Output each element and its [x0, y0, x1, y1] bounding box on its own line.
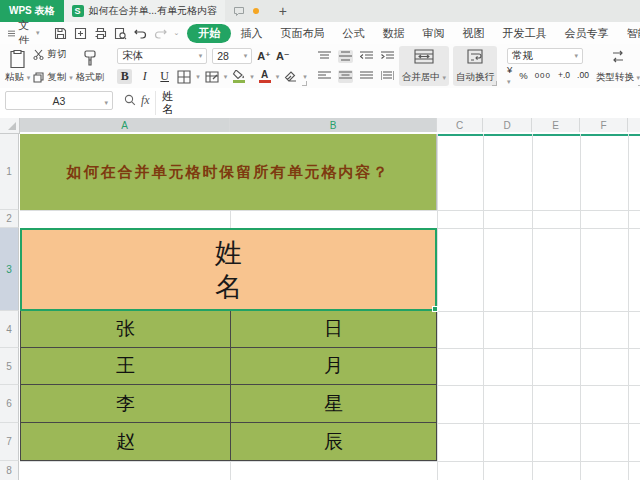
- cell-b5[interactable]: 月: [230, 348, 437, 385]
- cell-b6[interactable]: 星: [230, 385, 437, 423]
- row-headers: 1 2 3 4 5 6 7 8: [0, 134, 20, 480]
- copy-button[interactable]: 复制 ▾: [33, 71, 73, 84]
- row-header-3[interactable]: 3: [0, 228, 19, 311]
- align-left-icon[interactable]: [317, 70, 332, 83]
- distributed-align-icon[interactable]: [380, 70, 395, 83]
- row-header-5[interactable]: 5: [0, 348, 19, 385]
- select-all-corner[interactable]: [0, 118, 20, 134]
- decrease-decimal-button[interactable]: .00: [577, 70, 589, 80]
- window-tab-bar: WPS 表格 S 如何在合并单...有单元格内容 +: [0, 0, 640, 22]
- borders-icon: [177, 70, 191, 84]
- font-color-button[interactable]: A: [259, 70, 271, 83]
- output-icon[interactable]: [74, 27, 87, 40]
- undo-icon[interactable]: [134, 27, 147, 39]
- redo-icon[interactable]: [154, 27, 167, 39]
- column-header-stub: [628, 118, 640, 132]
- type-convert-button[interactable]: 类型转换 ▾: [593, 46, 640, 86]
- gridline: [483, 134, 484, 480]
- row-header-6[interactable]: 6: [0, 385, 19, 423]
- tab-data[interactable]: 数据: [373, 24, 413, 43]
- tab-developer[interactable]: 开发工具: [493, 24, 555, 43]
- cell-a3-line2: 名: [215, 270, 242, 304]
- cell-b4[interactable]: 日: [230, 311, 437, 348]
- column-header-a[interactable]: A: [20, 118, 230, 132]
- tab-home[interactable]: 开始: [187, 24, 231, 43]
- align-top-icon[interactable]: [317, 50, 332, 63]
- cut-button[interactable]: 剪切: [33, 48, 73, 61]
- save-icon[interactable]: [54, 27, 67, 40]
- cell-a1-title[interactable]: 如何在合并单元格时保留所有单元格内容？: [20, 134, 437, 210]
- borders-button[interactable]: [177, 70, 191, 84]
- currency-format-button[interactable]: ¥ ▾: [507, 64, 512, 86]
- cell-a7[interactable]: 赵: [20, 423, 230, 461]
- shrink-font-button[interactable]: A⁻: [276, 50, 290, 63]
- align-right-icon[interactable]: [359, 70, 374, 83]
- row-header-8[interactable]: 8: [0, 461, 19, 480]
- cell-b7[interactable]: 辰: [230, 423, 437, 461]
- gridline: [20, 461, 640, 462]
- formula-input[interactable]: 姓 名: [162, 90, 173, 116]
- bold-button[interactable]: B: [117, 69, 132, 84]
- document-tab[interactable]: S 如何在合并单...有单元格内容: [64, 0, 225, 22]
- increase-decimal-button[interactable]: +.0: [558, 70, 570, 80]
- quick-access-more-icon[interactable]: ⌄: [174, 29, 180, 37]
- alignment-dialog-launcher[interactable]: [492, 81, 497, 86]
- column-header-b[interactable]: B: [230, 118, 437, 132]
- hamburger-icon: [8, 29, 15, 38]
- clipboard-group: 粘贴 ▾ 剪切 复制 ▾ 格式刷: [0, 44, 109, 88]
- wrap-text-button[interactable]: 自动换行: [453, 46, 497, 86]
- percent-format-button[interactable]: %: [519, 70, 527, 81]
- italic-button[interactable]: I: [137, 69, 152, 84]
- row-header-7[interactable]: 7: [0, 423, 19, 461]
- clear-format-button[interactable]: [284, 71, 298, 83]
- font-name-select[interactable]: 宋体▾: [117, 48, 207, 64]
- row-header-1[interactable]: 1: [0, 134, 19, 210]
- tab-member[interactable]: 会员专享: [555, 24, 617, 43]
- paste-button[interactable]: 粘贴 ▾: [2, 46, 33, 86]
- fill-color-button[interactable]: [232, 70, 245, 83]
- underline-button[interactable]: U: [157, 69, 172, 84]
- tab-insert[interactable]: 插入: [231, 24, 271, 43]
- selection-fill-handle[interactable]: [432, 306, 438, 312]
- tab-smart-toolbox[interactable]: 智能工具箱: [617, 24, 640, 43]
- tab-formulas[interactable]: 公式: [333, 24, 373, 43]
- cell-a6[interactable]: 李: [20, 385, 230, 423]
- align-middle-icon[interactable]: [338, 50, 353, 63]
- row-header-2[interactable]: 2: [0, 210, 19, 228]
- increase-indent-icon[interactable]: [380, 50, 395, 63]
- cell-a3-line1: 姓: [215, 236, 242, 270]
- decrease-indent-icon[interactable]: [359, 50, 374, 63]
- tab-view[interactable]: 视图: [453, 24, 493, 43]
- thousands-format-button[interactable]: 000: [535, 71, 551, 80]
- insert-function-button[interactable]: fx: [141, 93, 150, 108]
- name-box[interactable]: A3 ▾: [5, 91, 113, 110]
- cut-copy-stack: 剪切 复制 ▾: [33, 46, 73, 86]
- print-icon[interactable]: [94, 27, 107, 40]
- quick-access-toolbar: ⌄: [46, 27, 188, 40]
- tab-page-layout[interactable]: 页面布局: [271, 24, 333, 43]
- row-header-4[interactable]: 4: [0, 311, 19, 348]
- ribbon-toolbar: 粘贴 ▾ 剪切 复制 ▾ 格式刷: [0, 44, 640, 89]
- cell-a4[interactable]: 张: [20, 311, 230, 348]
- column-header-f[interactable]: F: [580, 118, 628, 132]
- merge-center-button[interactable]: 合并居中 ▾: [399, 46, 449, 86]
- chevron-down-icon: ▾: [36, 29, 40, 37]
- grow-font-button[interactable]: A⁺: [257, 50, 271, 63]
- print-preview-icon[interactable]: [114, 27, 127, 40]
- column-header-d[interactable]: D: [483, 118, 532, 132]
- type-convert-icon: [609, 49, 627, 64]
- align-center-icon[interactable]: [338, 70, 353, 83]
- number-format-select[interactable]: 常规▾: [507, 48, 583, 64]
- font-size-select[interactable]: 28▾: [212, 48, 252, 64]
- comment-bubble-icon[interactable]: [233, 6, 245, 17]
- font-dialog-launcher[interactable]: [302, 81, 307, 86]
- tab-review[interactable]: 审阅: [413, 24, 453, 43]
- column-header-c[interactable]: C: [437, 118, 483, 132]
- cell-a3-selected[interactable]: 姓 名: [20, 228, 437, 311]
- zoom-search-icon[interactable]: [124, 94, 136, 106]
- column-header-e[interactable]: E: [532, 118, 580, 132]
- format-painter-button[interactable]: 格式刷: [73, 46, 108, 86]
- new-tab-button[interactable]: +: [273, 3, 293, 19]
- cell-a5[interactable]: 王: [20, 348, 230, 385]
- cell-style-button[interactable]: [205, 70, 219, 84]
